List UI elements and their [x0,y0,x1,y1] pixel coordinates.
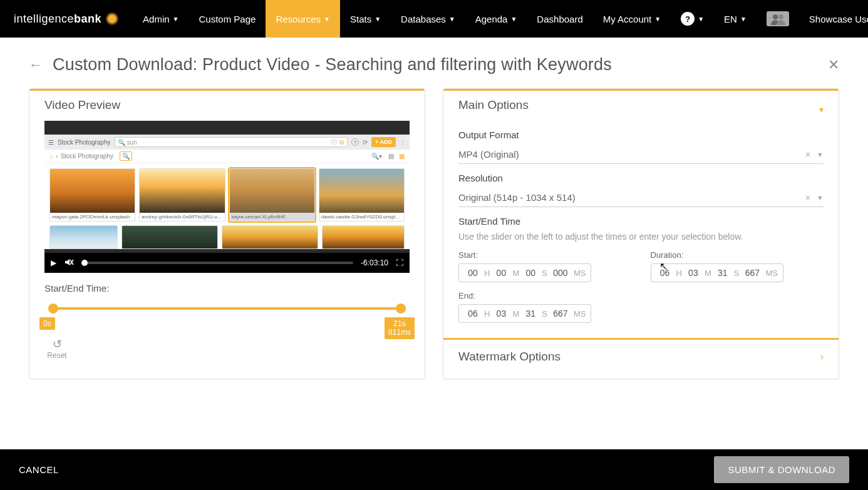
help-icon: ? [681,12,695,26]
main-options-panel: Main Options ▾ Output Format MP4 (Origin… [443,88,839,379]
play-icon[interactable]: ▶ [51,258,56,267]
main-options-heading: Main Options [458,98,529,112]
slider-end-knob[interactable] [396,304,406,314]
mute-icon[interactable] [64,257,74,269]
start-ms[interactable] [550,268,571,278]
watermark-heading: Watermark Options [458,350,561,364]
nav-dashboard[interactable]: Dashboard [527,0,592,38]
nav-custom-page[interactable]: Custom Page [189,0,266,38]
inner-search-input: 🔍 sun ⓧ ⚙ [115,137,348,147]
video-inner-breadcrumb: ⌂ › Stock Photography 🔍 🔍▾ ▤ ▦ [44,150,410,163]
search-dropdown-icon: 🔍▾ [371,153,382,160]
list-view-icon: ▤ [388,153,394,160]
thumbnail: kayra-sercan-XLyfbdfHF... [229,168,315,222]
end-time-label: End: [458,291,824,300]
video-progress[interactable] [81,262,353,264]
page-title: Custom Download: Product Video - Searchi… [53,55,612,74]
dur-ms[interactable] [741,268,763,278]
slider-end-badge: 21s811ms [385,317,415,339]
brand-logo[interactable]: intelligencebank [0,12,133,26]
resolution-select[interactable]: Original (514p - 1034 x 514) × ▼ [458,188,824,207]
thumbnail [49,225,118,249]
video-inner-toolbar: ☰ Stock Photography 🔍 sun ⓧ ⚙ ? ⟳ + ADD … [44,135,410,150]
chevron-down-icon[interactable]: ▼ [817,194,824,202]
caret-down-icon: ▼ [324,16,330,23]
start-h[interactable] [464,268,482,278]
home-icon: ⌂ [49,153,53,160]
panel-accent-bar [443,89,839,91]
end-time-input: H M S MS [458,304,591,323]
cancel-button[interactable]: CANCEL [19,464,59,475]
chevron-down-icon[interactable]: ▼ [817,151,824,158]
dur-h[interactable] [656,268,674,278]
video-preview-heading: Video Preview [44,98,410,112]
resolution-label: Resolution [458,173,824,183]
thumbnail: dawid-zawila-G3rw6Y0ZD0-unsplash [319,168,405,222]
video-preview-panel: Video Preview ☰ Stock Photography 🔍 sun … [29,88,425,379]
output-format-select[interactable]: MP4 (Original) × ▼ [458,145,824,164]
end-m[interactable] [492,309,510,319]
caret-down-icon: ▼ [449,16,455,23]
thumbnail [322,225,405,249]
end-s[interactable] [522,309,539,319]
video-box: ☰ Stock Photography 🔍 sun ⓧ ⚙ ? ⟳ + ADD … [44,121,410,273]
nav-my-account[interactable]: My Account▼ [593,0,671,38]
end-h[interactable] [464,309,482,319]
grid-view-icon: ▦ [399,153,405,160]
search-icon: 🔍 [118,139,125,146]
main-options-header[interactable]: Main Options ▾ [458,98,824,121]
trim-slider[interactable]: 0s 21s811ms [51,305,403,312]
user-menu[interactable]: Showcase User▼ [799,0,868,38]
thumbnail [222,225,318,249]
nav-databases[interactable]: Databases▼ [391,0,465,38]
caret-down-icon: ▼ [698,16,704,23]
trim-slider-label: Start/End Time: [44,283,410,293]
user-avatar[interactable] [757,0,799,38]
close-icon[interactable]: ✕ [828,57,839,73]
time-row-top: Start: H M S MS Duration: H M S MS [458,250,824,282]
nav-items: Admin▼ Custom Page Resources▼ Stats▼ Dat… [133,0,671,38]
start-m[interactable] [492,268,510,278]
watermark-options-header[interactable]: Watermark Options › [458,340,824,366]
dur-s[interactable] [714,268,731,278]
sun-logo-icon [105,12,119,26]
help-menu[interactable]: ? ▼ [671,0,714,38]
thumbnail: mayun-gala-2PODmnvLk-unsplash [49,168,135,222]
caret-down-icon: ▼ [654,16,661,23]
reset-button[interactable]: ↺ Reset [44,337,70,360]
nav-agenda[interactable]: Agenda▼ [465,0,527,38]
panels-row: Video Preview ☰ Stock Photography 🔍 sun … [0,88,868,379]
nav-right: ? ▼ EN▼ Showcase User▼ [671,0,868,38]
clear-icon[interactable]: × [805,150,810,160]
svg-point-0 [773,14,778,19]
thumbnail: andrey-grinkevich-0x6RTts1jRU-unspla... [139,168,225,222]
add-button: + ADD [371,137,396,147]
top-nav: intelligencebank Admin▼ Custom Page Reso… [0,0,868,38]
chevron-down-icon: ▾ [819,105,824,115]
nav-admin[interactable]: Admin▼ [133,0,189,38]
brand-bold: bank [74,13,101,26]
language-select[interactable]: EN▼ [714,0,757,38]
inner-section-title: Stock Photography [58,139,111,146]
nav-resources[interactable]: Resources▼ [266,0,340,38]
submit-download-button[interactable]: SUBMIT & DOWNLOAD [714,456,849,483]
startend-label: Start/End Time [458,216,824,227]
back-arrow-icon[interactable]: ← [29,57,43,73]
nav-stats[interactable]: Stats▼ [340,0,391,38]
brand-thin: intelligence [14,13,74,26]
fullscreen-icon[interactable]: ⛶ [396,258,403,267]
time-remaining: -6:03:10 [361,258,388,267]
output-format-label: Output Format [458,130,824,140]
chevron-right-icon: › [820,351,824,362]
start-time-input: H M S MS [458,263,591,282]
clear-icon[interactable]: × [805,193,810,203]
caret-down-icon: ▼ [510,16,517,23]
slider-start-knob[interactable] [48,304,58,314]
end-ms[interactable] [550,309,571,319]
duration-label: Duration: [651,250,824,260]
start-s[interactable] [522,268,539,278]
dur-m[interactable] [685,268,702,278]
progress-knob[interactable] [81,260,88,266]
help-small-icon: ? [351,138,359,146]
search-small-icon: 🔍 [120,151,132,161]
